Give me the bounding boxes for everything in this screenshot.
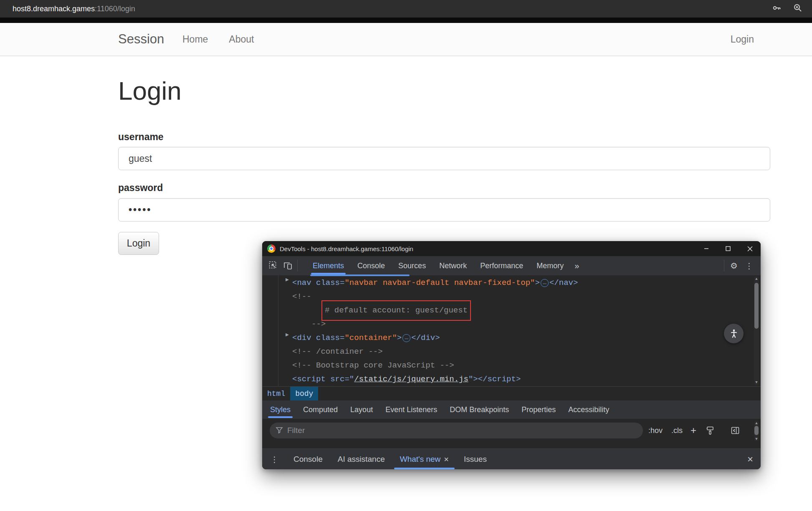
- password-label: password: [118, 182, 163, 194]
- devtools-toolbar: ElementsConsoleSourcesNetworkPerformance…: [262, 256, 761, 275]
- toolbar-separator-right: [724, 260, 724, 272]
- devtools-drawer-bar: ⋮ ConsoleAI assistanceWhat's new×Issues …: [262, 448, 761, 469]
- styles-scroll-down[interactable]: ▼: [754, 436, 759, 441]
- scrollbar-thumb[interactable]: [754, 283, 759, 329]
- styles-tab-layout[interactable]: Layout: [344, 400, 379, 419]
- drawer-tab-close-icon[interactable]: ×: [444, 455, 449, 464]
- code-line[interactable]: # default account: guest/guest: [325, 304, 468, 317]
- styles-scroll-thumb[interactable]: [754, 426, 759, 435]
- site-nav-item-about[interactable]: About: [229, 34, 254, 45]
- elements-tree-panel[interactable]: <nav class="navbar navbar-default navbar…: [262, 275, 761, 386]
- devtools-tab-network[interactable]: Network: [433, 256, 473, 275]
- elements-breadcrumb-bar: htmlbody: [262, 386, 761, 401]
- toolbar-separator: [297, 260, 298, 272]
- expand-ellipsis-icon: …: [402, 334, 410, 342]
- browser-divider: [0, 18, 812, 23]
- code-token: </nav>: [549, 278, 578, 287]
- code-line[interactable]: <!--: [292, 290, 311, 304]
- inspect-element-icon[interactable]: [266, 259, 281, 272]
- styles-tab-bar: StylesComputedLayoutEvent ListenersDOM B…: [262, 400, 761, 419]
- expand-arrow-icon[interactable]: ▶: [286, 276, 289, 283]
- filter-funnel-icon: [276, 427, 283, 434]
- devtools-window-title: DevTools - host8.dreamhack.games:11060/l…: [280, 245, 413, 252]
- styles-tab-event-listeners[interactable]: Event Listeners: [379, 400, 443, 419]
- expand-arrow-icon[interactable]: ▶: [286, 331, 289, 338]
- styles-tab-accessibility[interactable]: Accessibility: [562, 400, 615, 419]
- devtools-tab-elements[interactable]: Elements: [306, 256, 351, 275]
- drawer-close-icon[interactable]: ×: [747, 453, 753, 465]
- devtools-menu-icon[interactable]: ⋮: [741, 261, 757, 271]
- login-submit-button[interactable]: Login: [118, 232, 159, 255]
- styles-scrollbar[interactable]: ▲ ▼: [754, 420, 759, 441]
- site-navbar: Session HomeAbout Login: [0, 23, 812, 56]
- styles-tab-properties[interactable]: Properties: [515, 400, 562, 419]
- more-tabs-icon[interactable]: »: [570, 261, 583, 271]
- new-style-rule-button[interactable]: +: [691, 423, 761, 438]
- code-token: <script src=": [292, 375, 354, 384]
- devtools-tab-sources[interactable]: Sources: [392, 256, 433, 275]
- breadcrumb-html[interactable]: html: [262, 387, 290, 401]
- minimize-button[interactable]: [696, 241, 717, 256]
- code-token: <!--: [292, 292, 311, 301]
- expand-ellipsis-icon: …: [541, 279, 549, 287]
- browser-url-bar[interactable]: host8.dreamhack.games:11060/login: [0, 0, 812, 18]
- code-token: "navbar navbar-default navbar-fixed-top": [344, 278, 535, 287]
- settings-gear-icon[interactable]: ⚙: [727, 259, 741, 272]
- code-line[interactable]: -->: [311, 317, 326, 331]
- username-label: username: [118, 131, 164, 143]
- url-host: host8.dreamhack.games: [13, 5, 95, 13]
- breadcrumb-body[interactable]: body: [290, 387, 318, 401]
- code-line[interactable]: <div class="container">…</div>: [292, 331, 440, 345]
- zoom-in-icon[interactable]: [793, 3, 803, 15]
- drawer-menu-icon[interactable]: ⋮: [262, 455, 286, 464]
- code-line[interactable]: <!-- Bootstrap core JavaScript -->: [292, 359, 454, 373]
- devtools-tab-console[interactable]: Console: [351, 256, 392, 275]
- styles-filter-input[interactable]: Filter: [270, 423, 643, 438]
- devtools-tab-performance[interactable]: Performance: [473, 256, 530, 275]
- styles-tab-styles[interactable]: Styles: [264, 400, 297, 419]
- maximize-button[interactable]: [717, 241, 739, 256]
- rendering-brush-icon[interactable]: [706, 423, 715, 438]
- code-token: "container": [344, 333, 397, 342]
- code-token: </div>: [411, 333, 440, 342]
- elements-scrollbar[interactable]: ▲ ▼: [754, 276, 759, 385]
- styles-tab-dom-breakpoints[interactable]: DOM Breakpoints: [443, 400, 515, 419]
- indent-guide: [278, 275, 278, 386]
- key-icon[interactable]: [772, 3, 782, 15]
- code-token: <nav class=: [292, 278, 344, 287]
- filter-placeholder: Filter: [287, 426, 305, 435]
- drawer-tab-console[interactable]: Console: [286, 449, 330, 469]
- styles-tab-computed[interactable]: Computed: [297, 400, 344, 419]
- pseudo-state-button[interactable]: :hov: [648, 423, 663, 438]
- nav-login-link[interactable]: Login: [731, 34, 754, 45]
- site-brand[interactable]: Session: [118, 32, 164, 47]
- styles-scroll-up[interactable]: ▲: [754, 420, 759, 425]
- code-token: <div class=: [292, 333, 344, 342]
- site-nav-item-home[interactable]: Home: [182, 34, 208, 45]
- drawer-tab-what-s-new[interactable]: What's new×: [392, 449, 456, 469]
- code-token: -->: [311, 320, 326, 329]
- code-line[interactable]: <script src="/static/js/jquery.min.js"><…: [292, 373, 521, 386]
- accessibility-person-icon[interactable]: [724, 324, 744, 343]
- devtools-tab-bar: ElementsConsoleSourcesNetworkPerformance…: [306, 256, 570, 275]
- code-token: "></script>: [468, 375, 521, 384]
- toggle-sidebar-icon[interactable]: [731, 423, 740, 438]
- username-input[interactable]: [118, 147, 770, 170]
- drawer-tabs: ConsoleAI assistanceWhat's new×Issues: [286, 449, 494, 469]
- class-toggle-button[interactable]: .cls: [671, 423, 683, 438]
- device-toolbar-icon[interactable]: [281, 259, 295, 272]
- scroll-up-arrow[interactable]: ▲: [754, 277, 759, 282]
- chrome-icon: [267, 244, 276, 253]
- code-line[interactable]: <!-- /container -->: [292, 345, 383, 359]
- code-token: >: [397, 333, 402, 342]
- drawer-tab-ai-assistance[interactable]: AI assistance: [330, 449, 392, 469]
- password-input[interactable]: [118, 198, 770, 222]
- scroll-down-arrow[interactable]: ▼: [754, 380, 759, 385]
- devtools-tab-memory[interactable]: Memory: [530, 256, 570, 275]
- site-nav-links: HomeAbout: [182, 23, 254, 55]
- devtools-title-bar[interactable]: DevTools - host8.dreamhack.games:11060/l…: [262, 241, 761, 256]
- drawer-tab-issues[interactable]: Issues: [456, 449, 494, 469]
- code-line[interactable]: <nav class="navbar navbar-default navbar…: [292, 276, 578, 290]
- code-token: # default account: guest/guest: [325, 306, 468, 315]
- close-button[interactable]: [739, 241, 761, 256]
